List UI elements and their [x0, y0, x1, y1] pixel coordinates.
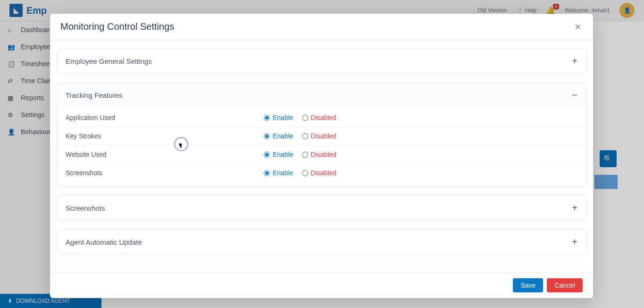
close-button[interactable]: × [573, 22, 583, 32]
radio-icon [264, 152, 270, 158]
radio-icon [264, 170, 270, 176]
radio-disable-application[interactable]: Disabled [302, 114, 336, 121]
radio-enable-website[interactable]: Enable [264, 151, 293, 158]
cancel-button[interactable]: Cancel [547, 278, 583, 292]
accordion-screenshots: Screenshots + [57, 196, 586, 220]
feature-options: Enable Disabled [264, 132, 336, 140]
accordion-header-tracking-features[interactable]: Tracking Features − [57, 83, 586, 107]
feature-row-website-used: Website Used Enable Disabled [61, 145, 582, 164]
accordion-header-agent-update[interactable]: Agent Automatic Update + [57, 230, 586, 254]
radio-label: Enable [273, 169, 293, 177]
feature-label: Website Used [66, 151, 264, 158]
modal-title: Monitoring Control Settings [60, 21, 174, 32]
radio-disable-keystrokes[interactable]: Disabled [302, 132, 336, 140]
feature-options: Enable Disabled [264, 169, 336, 177]
radio-disable-website[interactable]: Disabled [302, 151, 336, 158]
feature-label: Application Used [66, 114, 264, 121]
feature-label: Screenshots [66, 169, 264, 177]
modal-header: Monitoring Control Settings × [50, 14, 593, 40]
radio-label: Enable [273, 151, 293, 158]
radio-enable-keystrokes[interactable]: Enable [264, 132, 293, 140]
feature-row-application-used: Application Used Enable Disabled [61, 109, 582, 127]
accordion-agent-update: Agent Automatic Update + [57, 230, 586, 254]
feature-options: Enable Disabled [264, 151, 336, 158]
accordion-title: Employee General Settings [66, 57, 152, 65]
save-button[interactable]: Save [513, 278, 543, 292]
radio-enable-application[interactable]: Enable [264, 114, 293, 121]
accordion-content-tracking: Application Used Enable Disabled Key St [57, 107, 586, 186]
feature-row-screenshots: Screenshots Enable Disabled [61, 164, 582, 182]
plus-icon: + [572, 237, 577, 247]
feature-options: Enable Disabled [264, 114, 336, 121]
radio-label: Disabled [311, 169, 336, 177]
accordion-title: Tracking Features [66, 91, 122, 99]
modal-body: Employee General Settings + Tracking Fea… [50, 40, 593, 272]
accordion-header-screenshots[interactable]: Screenshots + [57, 196, 586, 220]
monitoring-settings-modal: Monitoring Control Settings × Employee G… [50, 14, 593, 298]
modal-footer: Save Cancel [50, 272, 593, 298]
radio-label: Enable [273, 132, 293, 140]
radio-label: Disabled [311, 151, 336, 158]
accordion-tracking-features: Tracking Features − Application Used Ena… [57, 83, 586, 186]
radio-label: Disabled [311, 132, 336, 140]
accordion-header-employee-general[interactable]: Employee General Settings + [57, 49, 586, 73]
accordion-employee-general: Employee General Settings + [57, 49, 586, 73]
radio-label: Disabled [311, 114, 336, 121]
radio-enable-screenshots[interactable]: Enable [264, 169, 293, 177]
radio-disable-screenshots[interactable]: Disabled [302, 169, 336, 177]
plus-icon: + [572, 56, 577, 66]
accordion-title: Agent Automatic Update [66, 238, 142, 246]
radio-icon [264, 115, 270, 121]
feature-label: Key Strokes [66, 132, 264, 140]
close-icon: × [575, 21, 581, 33]
radio-icon [264, 133, 270, 139]
radio-icon [302, 133, 308, 139]
radio-icon [302, 170, 308, 176]
feature-row-key-strokes: Key Strokes Enable Disabled [61, 127, 582, 145]
minus-icon: − [572, 90, 577, 100]
radio-icon [302, 115, 308, 121]
plus-icon: + [572, 203, 577, 213]
accordion-title: Screenshots [66, 204, 105, 212]
radio-label: Enable [273, 114, 293, 121]
radio-icon [302, 152, 308, 158]
